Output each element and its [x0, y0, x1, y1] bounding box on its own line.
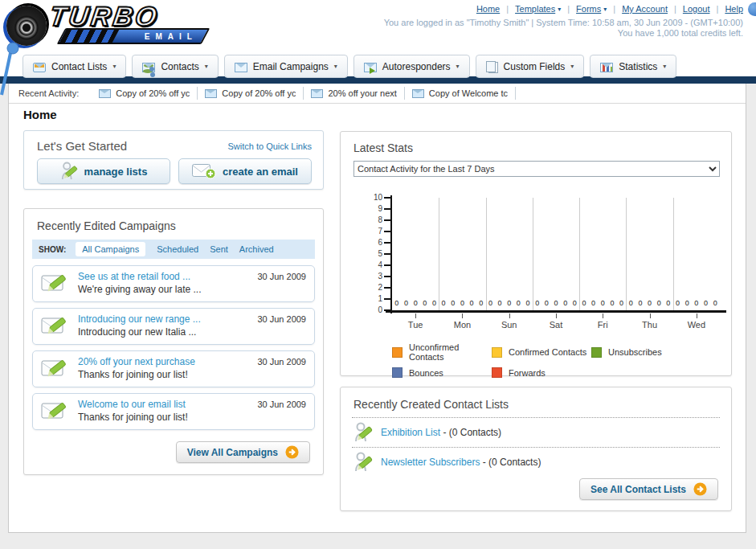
top-nav-item: Logout ▾: [683, 4, 725, 14]
campaign-list-item: Welcome to our email list Thanks for joi…: [32, 393, 315, 430]
top-nav-item: Home ▾: [476, 4, 515, 14]
chart-xtick: [509, 313, 510, 318]
nav-tab[interactable]: Email Campaigns ▾: [224, 55, 348, 78]
campaign-list: See us at the retail food ... We're givi…: [24, 259, 323, 430]
caret-down-icon: ▾: [112, 63, 116, 70]
top-nav-link[interactable]: Logout: [683, 4, 710, 14]
top-nav-link[interactable]: Home: [476, 4, 500, 14]
top-nav-item: My Account ▾: [622, 4, 683, 14]
chart-ylabel: 8: [358, 215, 382, 224]
chart-val: 0: [646, 299, 653, 307]
chart-val: 0: [468, 299, 476, 307]
nav-tab[interactable]: Autoresponders ▾: [353, 55, 470, 78]
chart-val: 0: [553, 299, 560, 307]
chart-xtick: [650, 313, 651, 318]
recent-activity-item[interactable]: Copy of Welcome tc: [405, 87, 516, 100]
recent-activity-item[interactable]: 20% off your next: [304, 87, 404, 100]
chart-ylabel: 5: [358, 249, 382, 258]
latest-stats-panel: Latest Stats Contact Activity for the La…: [340, 131, 732, 376]
top-nav-link[interactable]: My Account: [622, 4, 668, 14]
envelope-pencil-icon: [41, 399, 70, 420]
statistics-icon: [600, 63, 613, 72]
campaign-filter-tab[interactable]: Archived: [239, 244, 274, 254]
main-content: Recent Activity: Copy of 20% off yc Copy…: [8, 84, 746, 533]
legend-label: Forwards: [509, 368, 546, 378]
contact-lists-panel: Recently Created Contact Lists: [340, 387, 732, 511]
contact-list-count: (0 Contacts): [440, 427, 501, 438]
recent-activity-item-label: Copy of 20% off yc: [116, 88, 190, 98]
contact-list-link[interactable]: Exhibition List: [381, 427, 440, 438]
manage-lists-button[interactable]: manage lists: [37, 158, 170, 184]
chart-ytick: [384, 287, 390, 289]
app-logo[interactable]: TURBO EMAIL: [6, 2, 206, 46]
logo-title: TURBO: [48, 2, 208, 30]
get-started-header: Let's Get Started Switch to Quick Links: [24, 131, 323, 153]
nav-tab[interactable]: Contact Lists ▾: [22, 55, 126, 78]
campaign-subtitle: Introducing our new Italia ...: [78, 326, 306, 338]
chart-val: 0: [393, 299, 400, 307]
chart-val: 0: [712, 299, 719, 307]
chart-val: 0: [459, 299, 466, 307]
top-nav-item: Help ▾: [725, 4, 743, 14]
stats-chart: 012345678910Tue00000Mon00000Sun00000Sat0…: [353, 190, 720, 336]
nav-tab-label: Custom Fields: [504, 61, 566, 72]
get-started-title: Let's Get Started: [37, 139, 127, 153]
chart-val: 0: [440, 299, 447, 307]
chart-xtick: [462, 313, 463, 318]
contact-lists-icon: [33, 63, 46, 72]
view-all-campaigns-button[interactable]: View All Campaigns: [176, 441, 310, 463]
get-started-buttons: manage lists create an email: [24, 153, 323, 184]
chart-sep: [439, 198, 439, 310]
legend-label: Unsubscribes: [608, 347, 662, 357]
campaign-date: 30 Jun 2009: [257, 314, 306, 324]
stats-report-select[interactable]: Contact Activity for the Last 7 Days: [353, 161, 720, 177]
campaign-filter-tab[interactable]: Scheduled: [157, 244, 198, 254]
chart-xlabel: Mon: [442, 320, 482, 330]
campaign-subtitle: Thanks for joining our list!: [78, 369, 306, 380]
nav-tab[interactable]: Contacts ▾: [132, 55, 218, 78]
legend-label: Unconfirmed Contacts: [409, 342, 492, 362]
caret-down-icon: ▾: [456, 63, 460, 70]
contact-list-item: Newsletter Subscribers(0 Contacts): [352, 448, 720, 477]
contact-list-link[interactable]: Newsletter Subscribers: [381, 457, 480, 468]
create-email-button[interactable]: create an email: [178, 158, 312, 184]
top-nav-link[interactable]: Templates: [515, 4, 555, 14]
see-all-contact-lists-button[interactable]: See All Contact Lists: [579, 478, 718, 500]
legend-item: Confirmed Contacts: [492, 342, 591, 362]
chart-val: 0: [656, 299, 663, 307]
legend-item: Forwards: [492, 367, 591, 378]
chart-val: 0: [477, 299, 484, 307]
recent-activity-item[interactable]: Copy of 20% off yc: [92, 87, 198, 100]
top-nav-item: Forms ▾: [576, 4, 622, 14]
recent-activity-item[interactable]: Copy of 20% off yc: [198, 87, 304, 100]
see-all-contact-lists-label: See All Contact Lists: [590, 484, 686, 495]
top-nav-link[interactable]: Forms: [576, 4, 601, 14]
chart-ylabel: 2: [358, 283, 382, 292]
nav-tab[interactable]: Custom Fields ▾: [476, 55, 585, 78]
person-pencil-icon: [353, 452, 373, 473]
chart-ylabel: 0: [358, 305, 382, 314]
orange-arrow-icon: [693, 482, 707, 496]
nav-tab[interactable]: Statistics ▾: [590, 55, 676, 78]
get-started-panel: Let's Get Started Switch to Quick Links …: [23, 130, 324, 190]
top-nav-link[interactable]: Help: [725, 4, 743, 14]
credits-text: You have 1,000 total credits left.: [618, 28, 743, 38]
campaign-filter-tab[interactable]: All Campaigns: [76, 242, 145, 256]
recent-activity-label: Recent Activity:: [18, 88, 79, 98]
legend-item: Unconfirmed Contacts: [392, 342, 492, 362]
contact-list-items: Exhibition List(0 Contacts): [341, 418, 731, 477]
chart-val: 0: [487, 299, 494, 307]
recent-activity-item-label: 20% off your next: [328, 88, 396, 98]
campaign-list-item: See us at the retail food ... We're givi…: [32, 265, 315, 302]
chart-val: 0: [684, 299, 691, 307]
email-plus-icon: [192, 163, 216, 179]
legend-label: Bounces: [409, 368, 443, 378]
legend-swatch: [492, 347, 502, 358]
chart-val: 0: [543, 299, 550, 307]
switch-quick-links-link[interactable]: Switch to Quick Links: [227, 141, 312, 151]
chart-sep: [673, 198, 674, 310]
chart-val: 0: [627, 299, 635, 307]
chart-ylabel: 6: [358, 238, 382, 247]
caret-down-icon: ▾: [558, 6, 561, 13]
campaign-filter-tab[interactable]: Sent: [210, 244, 228, 254]
